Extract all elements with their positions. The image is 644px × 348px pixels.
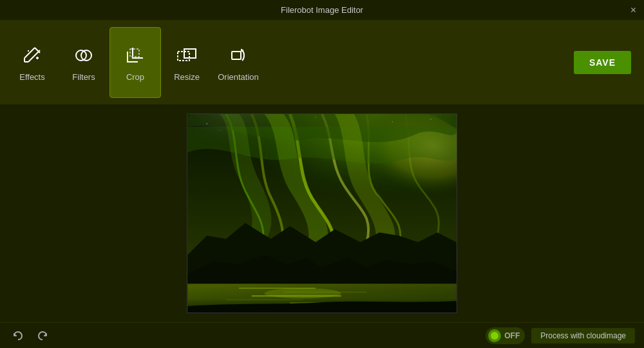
aurora-image bbox=[187, 114, 457, 313]
title-bar: Filerobot Image Editor × bbox=[0, 0, 644, 21]
orientation-icon bbox=[227, 44, 250, 67]
svg-rect-11 bbox=[130, 49, 139, 57]
toggle-dot-inner bbox=[491, 332, 498, 340]
cloudimage-toggle[interactable]: OFF bbox=[486, 327, 525, 344]
app-title: Filerobot Image Editor bbox=[281, 5, 363, 15]
toggle-dot bbox=[488, 329, 501, 342]
toolbar: Effects Filters Crop bbox=[0, 21, 644, 104]
crop-icon bbox=[124, 44, 147, 67]
undo-button[interactable] bbox=[9, 327, 27, 345]
svg-rect-14 bbox=[232, 52, 241, 59]
resize-label: Resize bbox=[174, 72, 200, 82]
filters-label: Filters bbox=[72, 72, 95, 82]
toolbar-item-orientation[interactable]: Orientation bbox=[213, 27, 264, 98]
bottom-controls-right: OFF Process with cloudimage bbox=[486, 327, 635, 344]
main-canvas-area bbox=[0, 104, 644, 322]
toolbar-item-filters[interactable]: Filters bbox=[58, 27, 109, 98]
save-button[interactable]: SAVE bbox=[574, 51, 631, 74]
redo-button[interactable] bbox=[33, 327, 52, 345]
wand-icon bbox=[21, 44, 44, 67]
toolbar-item-crop[interactable]: Crop bbox=[109, 27, 161, 98]
svg-rect-33 bbox=[187, 114, 456, 313]
filters-icon bbox=[72, 44, 95, 67]
toolbar-item-effects[interactable]: Effects bbox=[6, 27, 58, 98]
close-button[interactable]: × bbox=[630, 5, 636, 16]
resize-icon bbox=[175, 44, 198, 67]
cloudimage-button[interactable]: Process with cloudimage bbox=[531, 328, 635, 343]
bottom-controls-left bbox=[9, 327, 52, 345]
orientation-label: Orientation bbox=[218, 72, 259, 82]
toolbar-item-resize[interactable]: Resize bbox=[161, 27, 213, 98]
image-preview bbox=[187, 113, 457, 313]
toggle-label: OFF bbox=[504, 331, 520, 340]
effects-label: Effects bbox=[19, 72, 45, 82]
bottom-bar: OFF Process with cloudimage bbox=[0, 322, 644, 348]
crop-label: Crop bbox=[126, 72, 144, 82]
